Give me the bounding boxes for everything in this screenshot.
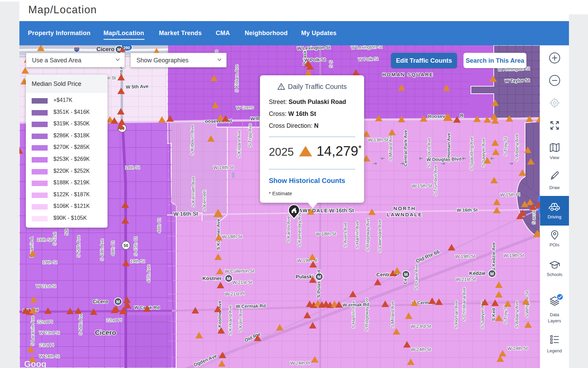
svg-text:M: M bbox=[490, 271, 494, 276]
svg-text:S Tripp Ave: S Tripp Ave bbox=[247, 124, 252, 147]
svg-text:S Avers Ave: S Avers Ave bbox=[343, 223, 348, 247]
svg-text:S Kostner Ave: S Kostner Ave bbox=[216, 219, 221, 250]
svg-text:22nd Pl: 22nd Pl bbox=[37, 319, 53, 324]
svg-text:W 18th St: W 18th St bbox=[316, 231, 336, 236]
svg-text:M: M bbox=[317, 274, 321, 279]
svg-text:HOMAN SQUARE: HOMAN SQUARE bbox=[382, 72, 434, 77]
svg-text:S 47th Ct: S 47th Ct bbox=[133, 237, 138, 256]
svg-text:S 51st: S 51st bbox=[52, 232, 57, 246]
svg-text:S Millard Ave: S Millard Ave bbox=[388, 134, 393, 161]
svg-text:S S: S S bbox=[328, 60, 333, 68]
svg-text:S Kildare Ave: S Kildare Ave bbox=[236, 131, 242, 158]
svg-text:W 21st St: W 21st St bbox=[456, 276, 476, 282]
svg-text:S Homan Ave: S Homan Ave bbox=[454, 301, 459, 328]
svg-text:Pulaski: Pulaski bbox=[296, 274, 314, 279]
svg-text:S Ked: S Ked bbox=[491, 308, 496, 321]
svg-text:47th Ave: 47th Ave bbox=[146, 265, 151, 282]
svg-text:S Lawndale Ave: S Lawndale Ave bbox=[377, 220, 382, 253]
svg-text:S Kilbourn Ave: S Kilbourn Ave bbox=[190, 125, 195, 155]
svg-text:S Troy St: S Troy St bbox=[503, 137, 508, 156]
svg-text:W 24th Pl: W 24th Pl bbox=[290, 361, 310, 366]
svg-text:W Polk St: W Polk St bbox=[358, 56, 378, 62]
svg-text:S Hamlin Ave: S Hamlin Ave bbox=[355, 221, 360, 249]
svg-text:S Albany Ave: S Albany Ave bbox=[514, 134, 519, 161]
svg-text:18th St: 18th St bbox=[37, 237, 52, 242]
svg-text:W 19th St: W 19th St bbox=[504, 252, 524, 258]
svg-text:Goog: Goog bbox=[24, 359, 46, 368]
svg-text:W 24th St: W 24th St bbox=[39, 354, 60, 359]
svg-text:LAWNDALE: LAWNDALE bbox=[387, 212, 423, 217]
svg-text:S Kenneth: S Kenneth bbox=[202, 189, 207, 211]
svg-text:19th St: 19th St bbox=[43, 260, 57, 265]
svg-text:S Kedzie Ave: S Kedzie Ave bbox=[491, 242, 496, 271]
svg-text:M: M bbox=[404, 272, 408, 277]
svg-text:50t: 50t bbox=[64, 229, 69, 235]
svg-text:14th St: 14th St bbox=[125, 165, 140, 170]
svg-text:W 15th Pl: W 15th Pl bbox=[500, 192, 520, 197]
svg-text:W 16th St: W 16th St bbox=[457, 207, 478, 213]
svg-text:W 21st St: W 21st St bbox=[36, 283, 56, 289]
svg-text:S Troy St: S Troy St bbox=[503, 305, 508, 324]
svg-text:Kostner: Kostner bbox=[202, 275, 222, 281]
svg-text:Kedzie: Kedzie bbox=[469, 270, 486, 276]
svg-text:S Karlov Ave: S Karlov Ave bbox=[286, 216, 291, 242]
svg-text:W 23rd St: W 23rd St bbox=[411, 323, 431, 329]
svg-text:W Grens: W Grens bbox=[236, 105, 254, 110]
svg-text:AWNDALE: AWNDALE bbox=[299, 208, 328, 213]
svg-text:46th Ct: 46th Ct bbox=[157, 218, 162, 233]
svg-text:S Kenneth Ave: S Kenneth Ave bbox=[191, 177, 196, 207]
svg-text:S 50th Ave: S 50th Ave bbox=[76, 235, 81, 257]
svg-text:W 21st Pl: W 21st Pl bbox=[225, 291, 245, 296]
svg-text:S St Louis Ave: S St Louis Ave bbox=[426, 138, 431, 168]
svg-text:W ermak Rd: W ermak Rd bbox=[343, 302, 369, 307]
svg-text:50: 50 bbox=[124, 243, 128, 248]
svg-text:M: M bbox=[227, 276, 231, 281]
svg-text:NORTH: NORTH bbox=[393, 205, 416, 211]
svg-text:S Trumbull Ave: S Trumbull Ave bbox=[433, 165, 438, 196]
svg-text:W Cullerton St: W Cullerton St bbox=[225, 268, 255, 274]
svg-text:W 19th St: W 19th St bbox=[455, 254, 475, 259]
svg-text:Cicero: Cicero bbox=[95, 329, 116, 336]
svg-text:Central Park Ave: Central Park Ave bbox=[403, 130, 408, 167]
svg-text:W 15th St: W 15th St bbox=[412, 183, 432, 188]
svg-text:S 49th Ave: S 49th Ave bbox=[99, 239, 104, 261]
svg-text:W Cermak Rd: W Cermak Rd bbox=[236, 303, 266, 309]
svg-text:W 5th Ave: W 5th Ave bbox=[126, 83, 148, 90]
svg-text:290: 290 bbox=[123, 46, 130, 50]
svg-text:S Komensky Ave: S Komensky Ave bbox=[297, 212, 302, 247]
svg-text:S 50th Ave: S 50th Ave bbox=[78, 313, 83, 335]
svg-text:W Douglas Blvd: W Douglas Blvd bbox=[426, 156, 461, 162]
svg-text:S Kostner Ave: S Kostner Ave bbox=[217, 301, 222, 332]
svg-text:R: R bbox=[460, 113, 463, 118]
svg-text:W 13th St: W 13th St bbox=[368, 137, 388, 142]
svg-text:W 16th St: W 16th St bbox=[329, 207, 354, 213]
svg-text:W 18th St: W 18th St bbox=[222, 234, 242, 239]
svg-text:W 16th St: W 16th St bbox=[173, 211, 198, 217]
svg-text:S Ridgeway Ave: S Ridgeway Ave bbox=[365, 218, 370, 251]
svg-text:W 14th St: W 14th St bbox=[213, 165, 234, 170]
svg-text:Cicero: Cicero bbox=[93, 298, 109, 304]
svg-text:S Kirkland Ave: S Kirkland Ave bbox=[228, 305, 233, 335]
svg-text:19th St: 19th St bbox=[130, 259, 145, 264]
svg-text:W 24th St: W 24th St bbox=[411, 347, 431, 352]
svg-text:Roosev: Roosev bbox=[428, 113, 445, 119]
svg-text:W 23rd St: W 23rd St bbox=[39, 330, 60, 335]
svg-text:W 21st St: W 21st St bbox=[232, 279, 252, 285]
svg-text:22nd Pl: 22nd Pl bbox=[106, 318, 122, 323]
svg-text:S Albany Ave: S Albany Ave bbox=[514, 301, 519, 328]
svg-text:48th Ct: 48th Ct bbox=[110, 241, 115, 256]
svg-text:S Laramie Ave: S Laramie Ave bbox=[30, 316, 35, 346]
svg-text:23rd Pl: 23rd Pl bbox=[39, 342, 54, 348]
svg-text:S Kolin Ave: S Kolin Ave bbox=[238, 309, 243, 332]
svg-text:S Spaulding Ave: S Spaulding Ave bbox=[469, 137, 474, 171]
svg-text:W 24th St: W 24th St bbox=[507, 346, 528, 351]
svg-text:S Christiana Ave: S Christiana Ave bbox=[461, 287, 467, 321]
svg-text:W Taylor St: W Taylor St bbox=[505, 78, 530, 84]
svg-text:S Drake Ave: S Drake Ave bbox=[414, 264, 419, 290]
svg-text:M: M bbox=[116, 299, 120, 304]
svg-text:S Kildare Ave: S Kildare Ave bbox=[234, 65, 239, 92]
svg-text:S Millard Ave: S Millard Ave bbox=[390, 301, 395, 328]
svg-text:Cicero: Cicero bbox=[97, 46, 115, 52]
